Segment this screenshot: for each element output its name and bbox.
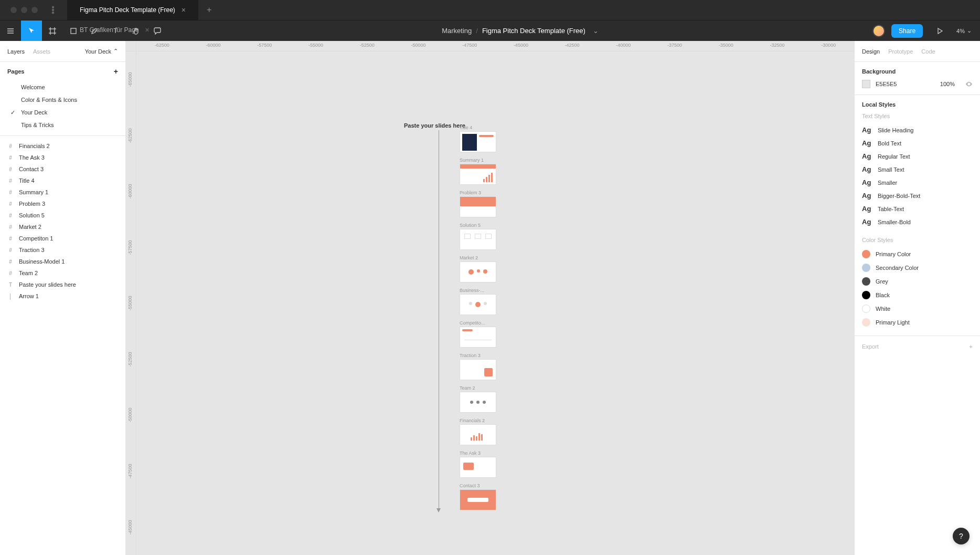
frame-thumbnail[interactable]	[460, 327, 496, 348]
background-swatch[interactable]	[862, 80, 870, 88]
canvas-frame[interactable]: Contact 3	[460, 483, 496, 510]
page-item[interactable]: Welcome	[0, 81, 125, 93]
export-label: Export	[862, 343, 879, 350]
breadcrumb[interactable]: Marketing / Figma Pitch Deck Template (F…	[442, 27, 599, 35]
canvas-frame[interactable]: Financials 2	[460, 418, 496, 445]
text-style-item[interactable]: AgRegular Text	[862, 150, 973, 163]
zoom-selector[interactable]: 4% ⌄	[956, 27, 972, 34]
color-style-item[interactable]: Black	[862, 288, 973, 302]
page-selector[interactable]: Your Deck ⌃	[85, 48, 118, 55]
svg-rect-2	[52, 12, 55, 14]
text-style-label: Smaller-Bold	[878, 219, 911, 225]
layer-item[interactable]: #Summary 1	[0, 186, 125, 198]
layer-item[interactable]: #The Ask 3	[0, 152, 125, 163]
code-tab[interactable]: Code	[921, 48, 935, 55]
minimize-window-icon[interactable]	[21, 7, 27, 13]
canvas-frame[interactable]: Solution 5	[460, 223, 496, 250]
text-style-item[interactable]: AgSmall Text	[862, 163, 973, 176]
frame-thumbnail[interactable]	[460, 489, 496, 510]
canvas-frame[interactable]: The Ask 3	[460, 451, 496, 478]
share-button[interactable]: Share	[891, 24, 923, 38]
layer-item[interactable]: │Arrow 1	[0, 290, 125, 302]
ruler-tick: -32500	[752, 41, 803, 51]
file-tab[interactable]: Figma Pitch Deck Template (Free)×	[67, 0, 198, 20]
file-name[interactable]: Figma Pitch Deck Template (Free)	[482, 27, 585, 35]
maximize-window-icon[interactable]	[31, 7, 38, 13]
ruler-tick: -45000	[126, 499, 136, 556]
canvas-frame[interactable]: Business-...	[460, 288, 496, 315]
page-item[interactable]: Your Deck	[0, 106, 125, 119]
text-style-item[interactable]: AgSlide Heading	[862, 123, 973, 137]
layers-tab[interactable]: Layers	[7, 48, 25, 55]
frame-tool-button[interactable]	[42, 20, 63, 41]
add-page-button[interactable]: +	[114, 67, 118, 76]
present-button[interactable]	[929, 20, 950, 41]
canvas-frame[interactable]: Competito...	[460, 320, 496, 348]
layer-item[interactable]: #Problem 3	[0, 198, 125, 210]
help-button[interactable]: ?	[953, 528, 970, 544]
team-name[interactable]: Marketing	[442, 27, 472, 35]
visibility-icon[interactable]	[965, 80, 973, 88]
frame-thumbnail[interactable]	[460, 229, 496, 250]
frame-thumbnail[interactable]	[460, 359, 496, 380]
canvas-frame[interactable]: Title 4	[460, 125, 496, 152]
canvas-frame[interactable]: Problem 3	[460, 190, 496, 217]
canvas-frame[interactable]: Traction 3	[460, 353, 496, 380]
color-style-item[interactable]: Grey	[862, 275, 973, 288]
frame-thumbnail[interactable]	[460, 424, 496, 445]
export-section[interactable]: Export +	[855, 336, 980, 357]
background-hex[interactable]: E5E5E5	[876, 81, 935, 87]
canvas[interactable]: -62500-60000-57500-55000-52500-50000-475…	[126, 41, 854, 555]
canvas-frame[interactable]: Market 2	[460, 255, 496, 282]
close-window-icon[interactable]	[10, 7, 17, 13]
layer-item[interactable]: #Contact 3	[0, 163, 125, 175]
color-style-item[interactable]: Primary Light	[862, 316, 973, 329]
frame-thumbnail[interactable]	[460, 457, 496, 478]
text-style-item[interactable]: AgBigger-Bold-Text	[862, 189, 973, 202]
text-style-item[interactable]: AgSmaller-Bold	[862, 215, 973, 228]
move-tool-button[interactable]	[21, 20, 42, 41]
color-style-item[interactable]: Secondary Color	[862, 261, 973, 275]
frame-thumbnail[interactable]	[460, 164, 496, 185]
layer-item[interactable]: #Title 4	[0, 175, 125, 186]
design-tab[interactable]: Design	[862, 48, 880, 55]
layer-item[interactable]: #Financials 2	[0, 140, 125, 152]
avatar[interactable]	[872, 25, 885, 37]
layer-item[interactable]: #Traction 3	[0, 244, 125, 256]
color-styles-subheading: Color Styles	[862, 237, 973, 243]
frame-thumbnail[interactable]	[460, 294, 496, 315]
canvas-frame[interactable]: Team 2	[460, 385, 496, 413]
canvas-frame[interactable]: Summary 1	[460, 158, 496, 185]
close-tab-icon[interactable]: ×	[182, 6, 186, 14]
color-style-item[interactable]: Primary Color	[862, 247, 973, 261]
menu-button[interactable]	[0, 20, 21, 41]
layers-list: #Financials 2#The Ask 3#Contact 3#Title …	[0, 135, 125, 555]
frame-thumbnail[interactable]	[460, 196, 496, 217]
page-item[interactable]: Tips & Tricks	[0, 119, 125, 131]
color-style-item[interactable]: White	[862, 302, 973, 316]
assets-tab[interactable]: Assets	[33, 48, 50, 55]
add-tab-button[interactable]: +	[198, 5, 220, 15]
layer-item[interactable]: #Business-Model 1	[0, 256, 125, 267]
chevron-down-icon[interactable]: ⌄	[593, 27, 599, 35]
layer-item[interactable]: #Market 2	[0, 221, 125, 233]
layer-item[interactable]: TPaste your slides here	[0, 279, 125, 290]
background-opacity[interactable]: 100%	[940, 81, 955, 87]
text-style-item[interactable]: AgSmaller	[862, 176, 973, 189]
layer-item[interactable]: #Team 2	[0, 267, 125, 279]
frame-thumbnail[interactable]	[460, 261, 496, 282]
ruler-tick: -52500	[342, 41, 393, 51]
text-style-item[interactable]: AgBold Text	[862, 137, 973, 150]
frame-thumbnail[interactable]	[460, 392, 496, 413]
add-export-button[interactable]: +	[970, 343, 973, 350]
layer-item[interactable]: #Competiton 1	[0, 233, 125, 244]
horizontal-ruler: -62500-60000-57500-55000-52500-50000-475…	[136, 41, 854, 51]
layer-item[interactable]: #Solution 5	[0, 210, 125, 221]
frame-thumbnail[interactable]	[460, 131, 496, 152]
page-item[interactable]: Color & Fonts & Icons	[0, 93, 125, 106]
text-style-item[interactable]: AgTable-Text	[862, 202, 973, 215]
prototype-tab[interactable]: Prototype	[888, 48, 913, 55]
figma-logo-icon[interactable]	[48, 5, 58, 15]
close-tab-icon[interactable]: ×	[145, 26, 150, 34]
file-tab[interactable]: BT Grafiken für Page×	[67, 20, 198, 40]
